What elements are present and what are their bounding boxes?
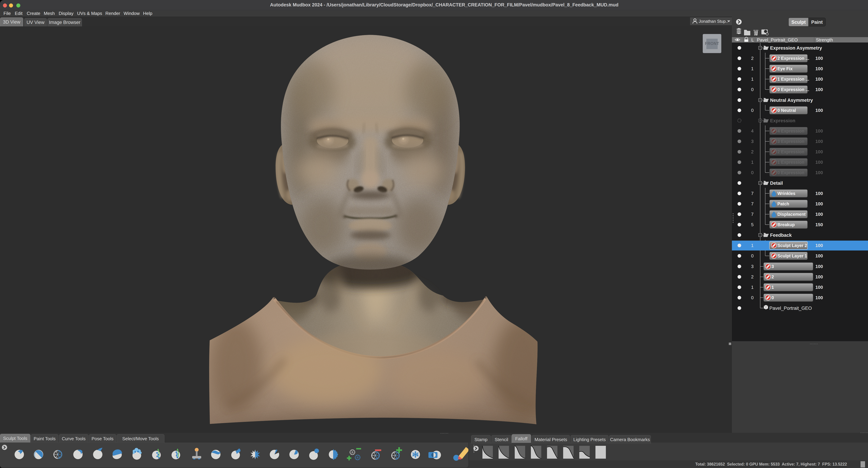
- svg-text:100: 100: [815, 201, 823, 206]
- svg-text:Sculpt Layer 2: Sculpt Layer 2: [777, 243, 807, 248]
- svg-text:2: 2: [772, 274, 774, 279]
- svg-text:Sculpt Layer 1: Sculpt Layer 1: [777, 254, 807, 258]
- svg-text:0: 0: [751, 108, 753, 113]
- svg-text:100: 100: [815, 108, 823, 113]
- svg-text:2 Expression: 2 Expression: [777, 149, 804, 154]
- svg-text:100: 100: [815, 87, 823, 92]
- svg-text:Expression: Expression: [770, 118, 796, 123]
- svg-text:1 Expression ...: 1 Expression ...: [777, 77, 809, 81]
- svg-text:0: 0: [751, 87, 753, 92]
- svg-text:0: 0: [751, 170, 753, 175]
- svg-text:Jonathan Stup..: Jonathan Stup..: [699, 19, 728, 24]
- svg-text:100: 100: [815, 160, 823, 165]
- svg-text:5: 5: [751, 222, 753, 227]
- svg-text:Wrinkles: Wrinkles: [777, 191, 796, 196]
- svg-text:0 Expression: 0 Expression: [777, 170, 804, 175]
- svg-text:3: 3: [751, 139, 753, 144]
- svg-text:1: 1: [751, 66, 753, 71]
- svg-text:100: 100: [815, 76, 823, 82]
- svg-text:Sculpt: Sculpt: [792, 20, 806, 25]
- svg-text:0 Expression ...: 0 Expression ...: [777, 87, 809, 92]
- svg-text:100: 100: [815, 149, 823, 155]
- svg-text:Displacement: Displacement: [777, 212, 806, 216]
- svg-text:1: 1: [772, 285, 774, 290]
- svg-text:1: 1: [751, 76, 753, 82]
- svg-text:Breakup: Breakup: [777, 222, 795, 227]
- svg-text:100: 100: [815, 139, 823, 144]
- svg-text:Detail: Detail: [770, 180, 783, 186]
- svg-text:7: 7: [751, 201, 753, 206]
- svg-text:100: 100: [815, 66, 823, 71]
- svg-text:Pavel_Portrait_GEO: Pavel_Portrait_GEO: [757, 37, 798, 42]
- svg-text:100: 100: [815, 191, 823, 196]
- svg-text:1: 1: [751, 160, 753, 165]
- svg-text:Strength: Strength: [816, 37, 833, 42]
- svg-text:100: 100: [815, 274, 823, 279]
- svg-text:100: 100: [815, 295, 823, 300]
- svg-text:2: 2: [751, 149, 753, 155]
- svg-text:3: 3: [772, 264, 774, 269]
- svg-text:3 Expression: 3 Expression: [777, 139, 804, 144]
- svg-text:0: 0: [772, 295, 774, 300]
- svg-text:100: 100: [815, 128, 823, 134]
- svg-text:L: L: [751, 37, 754, 42]
- svg-text:Expression Asymmetry: Expression Asymmetry: [770, 45, 822, 51]
- svg-text:1 Expression: 1 Expression: [777, 160, 804, 165]
- svg-text:100: 100: [815, 56, 823, 61]
- svg-text:0: 0: [751, 253, 753, 259]
- svg-text:3: 3: [751, 264, 753, 269]
- svg-text:Neutral Asymmetry: Neutral Asymmetry: [770, 98, 813, 103]
- svg-text:Feedback: Feedback: [770, 233, 792, 238]
- svg-text:Patch: Patch: [777, 201, 789, 206]
- svg-text:100: 100: [815, 253, 823, 259]
- svg-text:7: 7: [751, 212, 753, 217]
- svg-text:100: 100: [815, 243, 823, 248]
- svg-text:Paint: Paint: [811, 20, 823, 25]
- svg-text:Pavel_Portrait_GEO: Pavel_Portrait_GEO: [769, 306, 812, 311]
- svg-text:100: 100: [815, 212, 823, 217]
- svg-text:4: 4: [751, 128, 753, 134]
- svg-text:2 Expression ...: 2 Expression ...: [777, 56, 809, 61]
- svg-text:0 Neutral: 0 Neutral: [777, 108, 796, 113]
- svg-text:100: 100: [815, 170, 823, 175]
- svg-text:7: 7: [751, 191, 753, 196]
- svg-text:0: 0: [751, 295, 753, 300]
- svg-text:2: 2: [751, 56, 753, 61]
- svg-text:2: 2: [751, 274, 753, 279]
- svg-text:1: 1: [751, 243, 753, 248]
- svg-text:150: 150: [815, 222, 823, 227]
- svg-text:100: 100: [815, 285, 823, 290]
- svg-text:1: 1: [751, 285, 753, 290]
- svg-text:4 Expression: 4 Expression: [777, 129, 804, 133]
- svg-text:Eye Fix: Eye Fix: [777, 66, 793, 71]
- svg-text:100: 100: [815, 264, 823, 269]
